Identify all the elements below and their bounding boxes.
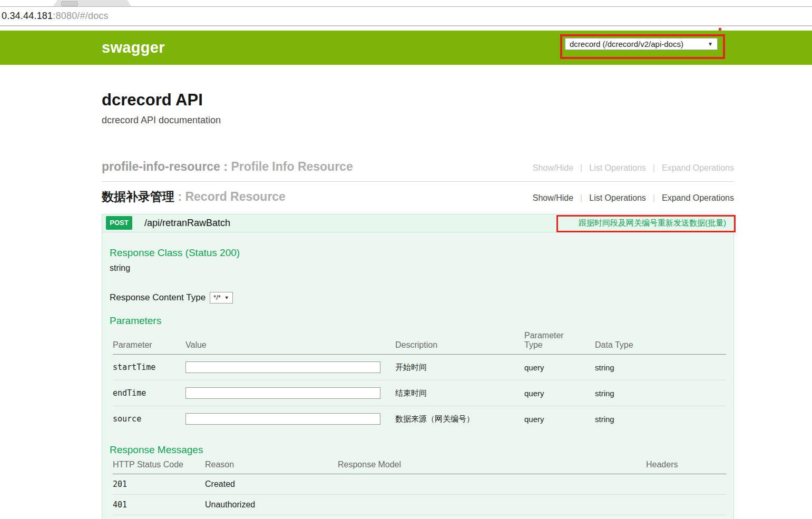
table-row-401: 401 Unauthorized [113, 495, 726, 515]
link-divider: | [573, 163, 589, 172]
table-row-source: source 数据来源（网关编号） query string [113, 406, 726, 432]
operation-content: Response Class (Status 200) string Respo… [102, 232, 734, 519]
operation-summary-link[interactable]: 跟据时间段及网关编号重新发送数据(批量) [579, 218, 726, 228]
param-type: query [524, 355, 595, 380]
status-code: 403 [113, 515, 205, 519]
col-reason: Reason [205, 460, 338, 474]
table-row-201: 201 Created [113, 474, 726, 495]
link-divider: | [646, 163, 662, 172]
operation-retranrawbatch: POST /api/retranRawBatch 跟据时间段及网关编号重新发送数… [102, 214, 734, 519]
response-messages-table: HTTP Status Code Reason Response Model H… [113, 460, 726, 519]
resource-title: 数据补录管理 : Record Resource [102, 189, 286, 205]
url-host: 0.34.44.181 [2, 11, 53, 21]
parameters-table: Parameter Value Description Parameter Ty… [113, 331, 726, 432]
endtime-input[interactable] [185, 387, 380, 399]
response-content-type-value: */* [213, 293, 221, 301]
col-value: Value [185, 331, 395, 355]
source-input[interactable] [185, 413, 380, 425]
col-http-status-code: HTTP Status Code [113, 460, 205, 474]
response-class-type: string [110, 263, 726, 273]
parameters-heading: Parameters [110, 315, 726, 327]
response-model-cell [338, 495, 646, 515]
resource-description: Profile Info Resource [231, 160, 353, 173]
operation-heading[interactable]: POST /api/retranRawBatch 跟据时间段及网关编号重新发送数… [102, 214, 734, 232]
swagger-header: swagger dcrecord (/dcrecord/v2/api-docs)… [0, 31, 812, 65]
status-reason: Unauthorized [205, 495, 338, 515]
swagger-logo: swagger [102, 39, 165, 56]
param-type: query [524, 406, 595, 432]
resource-title: profile-info-resource : Profile Info Res… [102, 160, 353, 174]
col-headers: Headers [646, 460, 726, 474]
list-operations-link[interactable]: List Operations [589, 163, 646, 172]
browser-tab[interactable] [53, 0, 132, 7]
param-data-type: string [595, 355, 726, 380]
resource-profile-info: profile-info-resource : Profile Info Res… [102, 160, 734, 182]
chrome-gap [0, 26, 812, 31]
resource-name-link[interactable]: 数据补录管理 [102, 190, 174, 203]
link-divider: | [646, 193, 662, 202]
browser-tab-strip [0, 0, 812, 7]
resource-links: Show/Hide|List Operations|Expand Operati… [533, 163, 734, 173]
resource-name-link[interactable]: profile-info-resource [102, 160, 220, 173]
table-row-403: 403 Forbidden [113, 515, 726, 519]
resource-record: 数据补录管理 : Record Resource Show/Hide|List … [102, 189, 734, 211]
resource-description: Record Resource [185, 190, 285, 203]
headers-cell [646, 495, 726, 515]
starttime-input[interactable] [185, 361, 380, 373]
resource-separator: : [220, 160, 231, 173]
browser-url-bar[interactable]: 0.34.44.181:8080/#/docs [0, 7, 812, 25]
chevron-down-icon: ▼ [708, 41, 713, 47]
link-divider: | [573, 193, 589, 202]
param-data-type: string [595, 406, 726, 432]
parameters-header-row: Parameter Value Description Parameter Ty… [113, 331, 726, 355]
tab-favicon-placeholder [61, 1, 78, 6]
col-data-type: Data Type [595, 331, 726, 355]
param-description: 数据来源（网关编号） [395, 406, 524, 432]
list-operations-link[interactable]: List Operations [589, 193, 646, 202]
param-name: endTime [113, 380, 185, 406]
response-messages-heading: Response Messages [110, 444, 726, 456]
col-parameter-type: Parameter Type [524, 331, 595, 355]
response-class-heading: Response Class (Status 200) [110, 247, 726, 259]
expand-operations-link[interactable]: Expand Operations [662, 193, 734, 202]
col-response-model: Response Model [338, 460, 646, 474]
col-parameter: Parameter [113, 331, 185, 355]
status-reason: Created [205, 474, 338, 495]
status-code: 201 [113, 474, 205, 495]
api-docs-select-value: dcrecord (/dcrecord/v2/api-docs) [570, 40, 683, 48]
response-model-cell [338, 474, 646, 495]
headers-cell [646, 515, 726, 519]
operation-path-link[interactable]: /api/retranRawBatch [144, 218, 230, 229]
response-messages-header-row: HTTP Status Code Reason Response Model H… [113, 460, 726, 474]
status-code: 401 [113, 495, 205, 515]
page-title: dcrecord API [102, 91, 734, 110]
param-data-type: string [595, 380, 726, 406]
chevron-down-icon: ▼ [224, 295, 229, 300]
table-row-starttime: startTime 开始时间 query string [113, 355, 726, 380]
show-hide-link[interactable]: Show/Hide [533, 193, 573, 202]
url-text: 0.34.44.181:8080/#/docs [2, 11, 109, 22]
param-description: 结束时间 [395, 380, 524, 406]
page-subtitle: dcrecord API documentation [102, 115, 734, 126]
show-hide-link[interactable]: Show/Hide [533, 163, 573, 172]
resource-separator: : [174, 190, 185, 203]
param-name: source [113, 406, 185, 432]
post-method-badge: POST [106, 216, 132, 230]
response-model-cell [338, 515, 646, 519]
expand-operations-link[interactable]: Expand Operations [662, 163, 734, 172]
response-content-type-row: Response Content Type */* ▼ [110, 292, 726, 303]
api-docs-select[interactable]: dcrecord (/dcrecord/v2/api-docs) ▼ [565, 38, 718, 50]
resource-links: Show/Hide|List Operations|Expand Operati… [533, 193, 734, 203]
param-name: startTime [113, 355, 185, 380]
url-path: :8080/#/docs [53, 11, 108, 21]
param-description: 开始时间 [395, 355, 524, 380]
table-row-endtime: endTime 结束时间 query string [113, 380, 726, 406]
col-description: Description [395, 331, 524, 355]
headers-cell [646, 474, 726, 495]
status-reason: Forbidden [205, 515, 338, 519]
response-content-type-select[interactable]: */* ▼ [210, 292, 233, 303]
main-content: dcrecord API dcrecord API documentation … [102, 91, 734, 519]
param-type: query [524, 380, 595, 406]
response-content-type-label: Response Content Type [110, 292, 206, 303]
